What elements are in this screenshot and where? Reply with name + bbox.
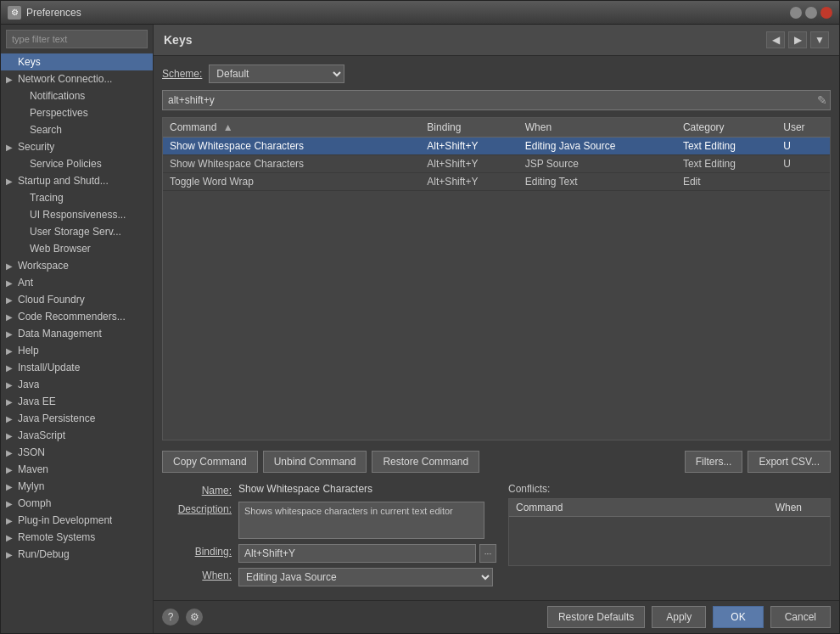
sidebar-item-maven[interactable]: ▶Maven [1,461,153,478]
sidebar-item-ui-responsiveness[interactable]: UI Responsiveness... [1,206,153,223]
maximize-button[interactable] [805,7,817,19]
expand-arrow-icon: ▶ [6,516,18,525]
restore-defaults-button[interactable]: Restore Defaults [547,606,645,628]
help-icon[interactable]: ? [162,609,179,626]
panel-nav: ◀ ▶ ▼ [766,31,829,48]
sidebar-item-java-persistence[interactable]: ▶Java Persistence [1,410,153,427]
cell-category: Text Editing [676,155,776,173]
when-row: When: Editing Java Source JSP Source Edi… [162,568,501,586]
sidebar-item-startup[interactable]: ▶Startup and Shutd... [1,172,153,189]
filter-input[interactable] [6,30,148,48]
filters-button[interactable]: Filters... [685,451,743,473]
cell-category: Text Editing [676,137,776,155]
window-controls [790,7,832,19]
sidebar-item-label: Maven [18,463,48,475]
unbind-command-button[interactable]: Unbind Command [263,451,367,473]
sidebar-item-perspectives[interactable]: Perspectives [1,104,153,121]
expand-arrow-icon: ▶ [6,278,18,288]
search-input[interactable] [162,90,831,110]
forward-button[interactable]: ▶ [788,31,807,48]
sidebar-item-web-browser[interactable]: Web Browser [1,240,153,257]
back-button[interactable]: ◀ [766,31,785,48]
sidebar-item-oomph[interactable]: ▶Oomph [1,495,153,512]
sidebar-item-security[interactable]: ▶Security [1,138,153,155]
sidebar-item-service-policies[interactable]: Service Policies [1,155,153,172]
name-row: Name: Show Whitespace Characters [162,483,501,497]
scheme-label: Scheme: [162,68,202,80]
sidebar-item-remote-systems[interactable]: ▶Remote Systems [1,529,153,546]
settings-icon[interactable]: ⚙ [186,609,203,626]
sidebar-item-label: Java [18,379,39,390]
column-command[interactable]: Command ▲ [163,118,420,137]
binding-input[interactable] [238,544,476,563]
sidebar-item-label: Cloud Foundry [18,294,85,306]
sidebar-item-workspace[interactable]: ▶Workspace [1,257,153,274]
restore-command-button[interactable]: Restore Command [372,451,479,473]
table-row[interactable]: Toggle Word WrapAlt+Shift+YEditing TextE… [163,173,830,191]
table-row[interactable]: Show Whitespace CharactersAlt+Shift+YJSP… [163,155,830,173]
sidebar-item-label: Plug-in Development [18,514,112,526]
pencil-icon[interactable]: ✎ [817,93,827,107]
sidebar-item-label: Search [30,124,62,136]
sidebar-item-run-debug[interactable]: ▶Run/Debug [1,546,153,563]
sidebar-item-user-storage[interactable]: User Storage Serv... [1,223,153,240]
cell-binding: Alt+Shift+Y [420,155,518,173]
sidebar-item-install-update[interactable]: ▶Install/Update [1,359,153,376]
column-when[interactable]: When [518,118,676,137]
menu-button[interactable]: ▼ [810,31,829,48]
sidebar-item-keys[interactable]: Keys [1,53,153,70]
panel-title: Keys [164,33,192,47]
sidebar-tree: Keys▶Network Connectio...NotificationsPe… [1,53,153,633]
binding-dots-button[interactable]: ··· [479,544,496,563]
cell-when: JSP Source [518,155,676,173]
export-csv-button[interactable]: Export CSV... [748,451,831,473]
sidebar-item-data-management[interactable]: ▶Data Management [1,325,153,342]
expand-arrow-icon: ▶ [6,499,18,508]
sidebar-item-json[interactable]: ▶JSON [1,444,153,461]
cell-user: U [776,155,830,173]
sidebar-item-label: Code Recommenders... [18,311,126,323]
sidebar-item-notifications[interactable]: Notifications [1,87,153,104]
expand-arrow-icon: ▶ [6,550,18,559]
sidebar-item-label: Help [18,345,39,356]
description-row: Description: [162,502,501,539]
apply-button[interactable]: Apply [652,606,706,628]
ok-button[interactable]: OK [713,606,763,628]
sidebar-item-cloud-foundry[interactable]: ▶Cloud Foundry [1,291,153,308]
close-button[interactable] [820,7,832,19]
bottom-split: Name: Show Whitespace Characters Descrip… [162,483,831,592]
sidebar-item-javascript[interactable]: ▶JavaScript [1,427,153,444]
sidebar-item-label: Security [18,141,54,153]
sidebar-item-label: JavaScript [18,429,65,441]
table-row[interactable]: Show Whitespace CharactersAlt+Shift+YEdi… [163,137,830,155]
column-binding[interactable]: Binding [420,118,518,137]
sidebar-item-label: Service Policies [30,158,102,170]
keybindings-table: Command ▲ Binding When Category User Sho… [163,118,830,191]
sidebar-item-java[interactable]: ▶Java [1,376,153,393]
sidebar-item-java-ee[interactable]: ▶Java EE [1,393,153,410]
sidebar-item-ant[interactable]: ▶Ant [1,274,153,291]
main-content: Keys▶Network Connectio...NotificationsPe… [1,25,839,633]
cell-user: U [776,137,830,155]
when-select[interactable]: Editing Java Source JSP Source Editing T… [238,568,493,586]
sidebar-item-code-recommenders[interactable]: ▶Code Recommenders... [1,308,153,325]
scheme-select[interactable]: Default Emacs Mac OSX [209,65,344,83]
expand-arrow-icon: ▶ [6,431,18,440]
cancel-button[interactable]: Cancel [770,606,831,628]
sidebar-item-mylyn[interactable]: ▶Mylyn [1,478,153,495]
cell-binding: Alt+Shift+Y [420,137,518,155]
cell-category: Edit [676,173,776,191]
sidebar-item-network[interactable]: ▶Network Connectio... [1,70,153,87]
column-category[interactable]: Category [676,118,776,137]
sidebar-item-label: Java Persistence [18,412,95,424]
expand-arrow-icon: ▶ [6,261,18,271]
minimize-button[interactable] [790,7,802,19]
column-user[interactable]: User [776,118,830,137]
sidebar-item-label: Run/Debug [18,548,70,560]
footer-icons: ? ⚙ [162,609,203,626]
sidebar-item-search[interactable]: Search [1,121,153,138]
sidebar-item-help[interactable]: ▶Help [1,342,153,359]
sidebar-item-plugin-dev[interactable]: ▶Plug-in Development [1,512,153,529]
sidebar-item-tracing[interactable]: Tracing [1,189,153,206]
copy-command-button[interactable]: Copy Command [162,451,258,473]
